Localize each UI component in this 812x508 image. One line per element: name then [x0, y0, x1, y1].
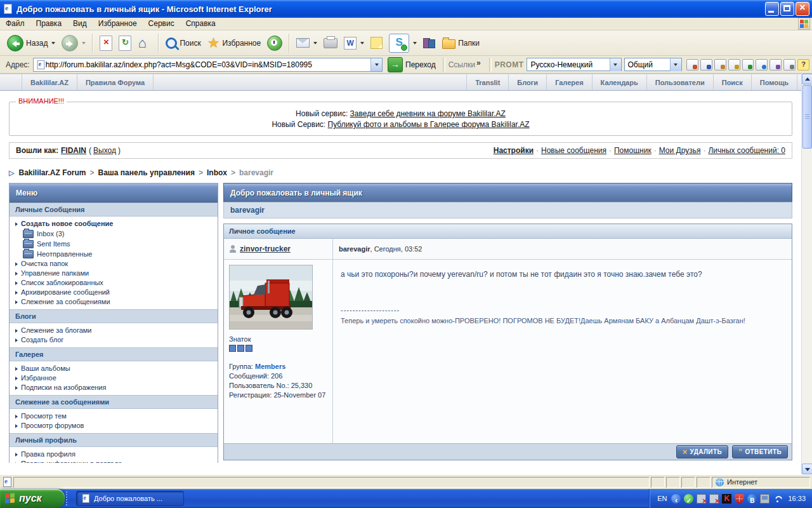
promt-dictionary-icon[interactable] — [714, 59, 726, 70]
links-label[interactable]: Ссылки — [449, 60, 475, 69]
forward-button[interactable] — [58, 33, 89, 53]
menu-favorites[interactable]: Избранное — [93, 18, 143, 30]
nav-calendar[interactable]: Календарь — [593, 74, 647, 90]
wireless-signal-icon[interactable] — [773, 494, 782, 504]
go-button[interactable]: → — [388, 57, 403, 72]
promt-wordlist-icon[interactable] — [728, 59, 740, 70]
assistant-link[interactable]: Помощник — [614, 146, 652, 155]
display-settings-icon[interactable] — [760, 494, 769, 504]
minimize-button[interactable] — [765, 2, 779, 16]
close-button[interactable] — [796, 2, 809, 16]
notice-diary-link[interactable]: Заведи себе дневник на форуме Bakililar.… — [350, 109, 506, 118]
links-chevron-icon[interactable]: » — [476, 58, 481, 67]
menu-block-list[interactable]: Список заблокированных — [15, 278, 214, 288]
nav-members[interactable]: Пользователи — [647, 74, 714, 90]
address-input[interactable]: http://forum.bakililar.az/index.php?act=… — [33, 58, 383, 72]
menu-create-blog[interactable]: Создать блог — [15, 335, 214, 345]
back-button[interactable]: Назад — [4, 33, 58, 53]
nav-blogs[interactable]: Блоги — [509, 74, 547, 90]
mail-button[interactable] — [293, 36, 320, 50]
kaspersky-icon[interactable] — [722, 494, 731, 504]
promt-settings-icon[interactable] — [783, 59, 796, 70]
logout-link[interactable]: Выход — [93, 146, 116, 155]
settings-link[interactable]: Настройки — [494, 146, 534, 155]
stop-button[interactable] — [96, 34, 115, 53]
promt-search-icon[interactable] — [756, 59, 768, 70]
maximize-button[interactable] — [780, 2, 794, 16]
promt-help-icon[interactable] — [797, 59, 809, 70]
network-disconnected-icon[interactable] — [697, 494, 706, 504]
refresh-button[interactable] — [115, 34, 134, 53]
menu-compose-new[interactable]: Создать новое сообщение — [15, 219, 214, 229]
menu-manage-folders[interactable]: Управление папками — [15, 269, 214, 278]
menu-blog-tracker[interactable]: Слежение за блогами — [15, 326, 214, 335]
breadcrumb-inbox-link[interactable]: Inbox — [207, 168, 227, 177]
menu-your-albums[interactable]: Ваши альбомы — [15, 364, 214, 373]
start-button[interactable]: пуск — [0, 489, 65, 508]
home-button[interactable] — [134, 34, 155, 52]
messenger-note-button[interactable] — [367, 35, 386, 51]
language-bar-icon[interactable] — [671, 494, 681, 504]
search-button[interactable]: Поиск — [162, 36, 204, 51]
private-messages-link[interactable]: Личных сообщений: 0 — [708, 146, 785, 155]
promt-language-pair-select[interactable]: Русско-Немецкий — [527, 58, 621, 71]
taskbar-window-button[interactable]: Добро пожаловать ... — [76, 491, 184, 506]
security-shield-icon[interactable] — [735, 494, 744, 504]
go-label[interactable]: Переход — [405, 60, 436, 69]
scroll-up-button[interactable] — [802, 74, 812, 84]
promt-profile-select[interactable]: Общий — [624, 58, 682, 71]
menu-tools[interactable]: Сервис — [143, 18, 180, 30]
promt-web-translate-icon[interactable] — [742, 59, 754, 70]
breadcrumb-forum-link[interactable]: Bakililar.AZ Forum — [18, 168, 86, 177]
menu-empty-folders[interactable]: Очистка папок — [15, 259, 214, 269]
bluetooth-icon[interactable] — [747, 494, 757, 504]
breadcrumb-cp-link[interactable]: Ваша панель управления — [98, 168, 195, 177]
promt-translate-page-icon[interactable] — [686, 59, 698, 70]
menu-favorites[interactable]: Избранное — [15, 373, 214, 383]
address-url[interactable]: http://forum.bakililar.az/index.php?act=… — [46, 60, 371, 69]
reply-button[interactable]: ”ОТВЕТИТЬ — [732, 445, 788, 458]
notice-gallery-link[interactable]: Публикуй фото и альбомы в Галерее форума… — [328, 120, 530, 129]
menu-archive-messages[interactable]: Архивирование сообщений — [15, 288, 214, 297]
menu-inbox[interactable]: Inbox (3) — [23, 229, 214, 239]
promt-translate-selection-icon[interactable] — [700, 59, 712, 70]
update-check-icon[interactable] — [684, 494, 693, 504]
nav-gallery[interactable]: Галерея — [547, 74, 592, 90]
edit-word-button[interactable] — [341, 35, 367, 51]
language-indicator[interactable]: EN — [657, 495, 667, 502]
quick-launch-handle[interactable] — [66, 491, 74, 505]
vertical-scrollbar[interactable] — [801, 74, 812, 474]
menu-view-forums[interactable]: Просмотр форумов — [15, 421, 214, 431]
menu-help[interactable]: Справка — [180, 18, 221, 30]
menu-edit[interactable]: Правка — [30, 18, 68, 30]
history-button[interactable] — [264, 34, 285, 53]
print-button[interactable] — [320, 36, 341, 50]
menu-sent-items[interactable]: Sent Items — [23, 239, 214, 249]
scroll-down-button[interactable] — [802, 464, 812, 474]
address-dropdown-button[interactable] — [370, 58, 382, 71]
delete-button[interactable]: ×УДАЛИТЬ — [676, 445, 728, 458]
nav-bakililar[interactable]: Bakililar.AZ — [22, 74, 77, 90]
skype-toolbar-button[interactable] — [386, 32, 420, 55]
menu-image-subscriptions[interactable]: Подписки на изображения — [15, 383, 214, 392]
new-messages-link[interactable]: Новые сообщения — [541, 146, 606, 155]
nav-rules[interactable]: Правила Форума — [77, 74, 154, 90]
favorites-button[interactable]: ★ Избранное — [204, 34, 265, 52]
menu-message-tracker[interactable]: Слежение за сообщениями — [15, 297, 214, 307]
menu-edit-portal-info[interactable]: Правка информации в портале — [15, 459, 214, 463]
research-button[interactable] — [420, 36, 439, 50]
folders-button[interactable]: Папки — [439, 36, 483, 51]
promt-keyboard-icon[interactable] — [769, 59, 782, 70]
nav-translit[interactable]: Translit — [466, 74, 509, 90]
nav-search[interactable]: Поиск — [714, 74, 752, 90]
author-link[interactable]: zinvor-trucker — [240, 244, 291, 253]
menu-file[interactable]: Файл — [0, 18, 30, 30]
lan-disconnected-icon[interactable] — [709, 494, 719, 504]
my-friends-link[interactable]: Мои Друзья — [659, 146, 701, 155]
current-user-link[interactable]: FIDAIN — [61, 146, 86, 155]
scrollbar-thumb[interactable] — [802, 85, 812, 149]
group-link[interactable]: Members — [255, 363, 285, 370]
menu-view-topics[interactable]: Просмотр тем — [15, 411, 214, 421]
nav-help[interactable]: Помощь — [752, 74, 797, 90]
menu-view[interactable]: Вид — [67, 18, 93, 30]
